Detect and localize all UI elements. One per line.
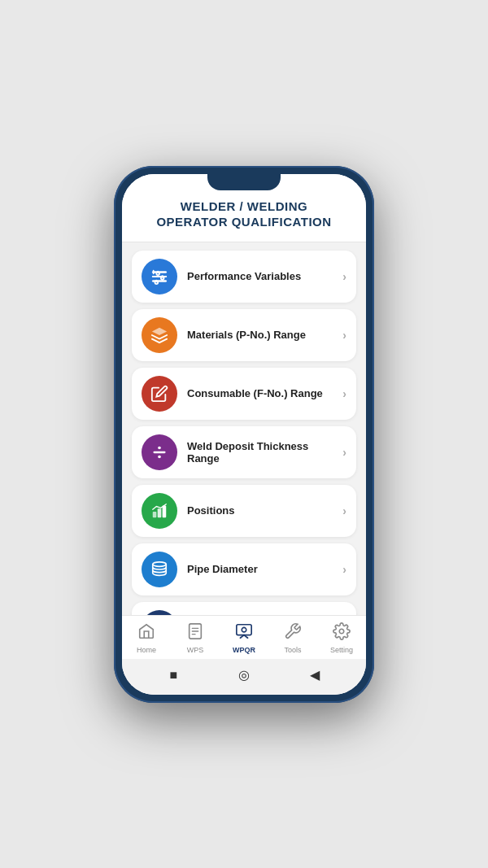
nav-label-wps: WPS: [187, 646, 204, 654]
square-button[interactable]: ■: [163, 665, 183, 685]
chevron-icon: ›: [342, 329, 346, 342]
nav-item-tools[interactable]: Tools: [268, 622, 317, 654]
menu-label-materials-range: Materials (P-No.) Range: [187, 329, 333, 341]
bottom-bar: ■ ◎ ◀: [122, 659, 366, 695]
page-title: WELDER / WELDING OPERATOR QUALIFICATION: [135, 198, 353, 230]
chevron-icon: ›: [342, 270, 346, 283]
menu-item-testings[interactable]: Testings ›: [132, 602, 356, 615]
home-icon: [137, 622, 155, 644]
svg-rect-14: [163, 505, 167, 517]
svg-point-8: [155, 279, 159, 282]
chevron-icon: ›: [342, 387, 346, 400]
setting-icon: [333, 622, 351, 644]
svg-point-7: [161, 275, 164, 278]
svg-rect-23: [237, 624, 251, 635]
svg-point-11: [158, 455, 161, 458]
svg-rect-13: [158, 508, 162, 517]
nav-item-wpqr[interactable]: WPQR: [220, 622, 268, 654]
menu-label-positions: Positions: [187, 504, 333, 517]
svg-point-25: [339, 629, 344, 634]
notch: [207, 174, 281, 190]
layers-icon: [142, 317, 177, 353]
menu-label-pipe-diameter: Pipe Diameter: [187, 563, 333, 575]
svg-point-9: [158, 446, 161, 449]
nav-item-wps[interactable]: WPS: [171, 622, 220, 654]
menu-item-pipe-diameter[interactable]: Pipe Diameter ›: [132, 543, 356, 595]
menu-item-consumable-range[interactable]: Consumable (F-No.) Range ›: [132, 368, 356, 420]
divide-icon: [142, 434, 177, 470]
menu-item-performance-variables[interactable]: Performance Variables ›: [132, 251, 356, 303]
chevron-icon: ›: [342, 563, 346, 576]
circle-button[interactable]: ◎: [234, 665, 254, 685]
database-icon: [142, 552, 177, 587]
menu-label-consumable-range: Consumable (F-No.) Range: [187, 387, 333, 399]
nav-item-setting[interactable]: Setting: [317, 622, 366, 654]
positions-icon: [142, 493, 177, 529]
tools-icon: [284, 622, 302, 644]
svg-point-15: [153, 561, 167, 566]
svg-rect-12: [153, 511, 157, 517]
wps-icon: [186, 622, 204, 644]
chevron-icon: ›: [342, 446, 346, 459]
chevron-icon: ›: [342, 504, 346, 517]
nav-item-home[interactable]: Home: [122, 622, 171, 654]
nav-label-wpqr: WPQR: [233, 646, 255, 654]
phone-frame: WELDER / WELDING OPERATOR QUALIFICATION: [114, 166, 374, 703]
menu-item-materials-range[interactable]: Materials (P-No.) Range ›: [132, 309, 356, 361]
nav-label-setting: Setting: [330, 646, 353, 654]
svg-point-24: [242, 627, 246, 632]
wpqr-icon: [235, 622, 253, 644]
menu-item-positions[interactable]: Positions ›: [132, 485, 356, 537]
menu-label-performance-variables: Performance Variables: [187, 270, 333, 282]
svg-point-6: [156, 270, 159, 273]
triangle-button[interactable]: ◀: [305, 665, 325, 685]
edit-icon: [142, 376, 177, 412]
screen-content: WELDER / WELDING OPERATOR QUALIFICATION: [122, 174, 366, 695]
nav-label-tools: Tools: [284, 646, 301, 654]
menu-item-weld-deposit[interactable]: Weld Deposit Thickness Range ›: [132, 426, 356, 478]
sliders-icon: [142, 259, 177, 294]
phone-screen: WELDER / WELDING OPERATOR QUALIFICATION: [122, 174, 366, 695]
nav-label-home: Home: [137, 646, 156, 654]
bottom-navigation: Home WPS: [122, 615, 366, 659]
menu-list: Performance Variables › Materials (P-No.…: [122, 242, 366, 615]
menu-label-weld-deposit: Weld Deposit Thickness Range: [187, 440, 333, 465]
